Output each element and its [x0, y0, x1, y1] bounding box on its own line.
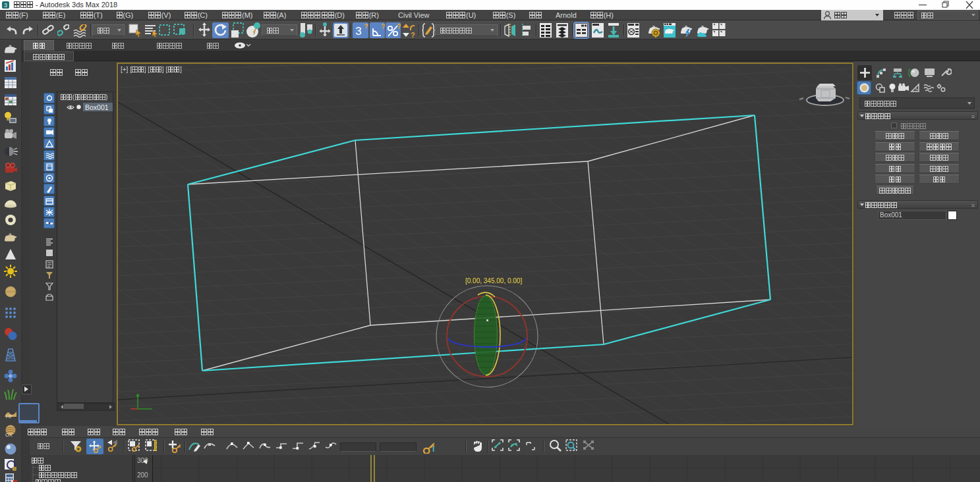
svg-text:?: ?: [381, 22, 385, 30]
svg-text:HF: HF: [6, 414, 13, 419]
svg-text:?: ?: [364, 22, 368, 30]
svg-text:i: i: [432, 444, 434, 454]
svg-text:?: ?: [397, 22, 401, 30]
svg-text:3: 3: [4, 2, 7, 9]
svg-text:3: 3: [355, 25, 361, 38]
svg-text:?: ?: [411, 31, 415, 38]
svg-text:OX: OX: [5, 432, 13, 438]
